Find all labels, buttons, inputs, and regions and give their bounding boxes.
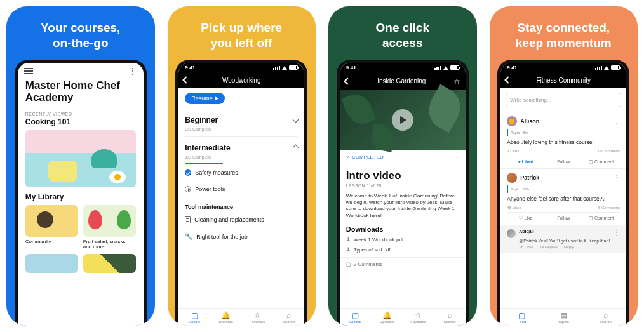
course-hero-image[interactable]: [25, 130, 136, 187]
post-author[interactable]: Allison: [520, 118, 539, 124]
lesson-title: Intro video: [340, 164, 466, 183]
star-icon[interactable]: ☆: [453, 77, 460, 86]
resume-button[interactable]: Resume▶: [185, 93, 225, 104]
card-title: Community: [25, 239, 78, 245]
promo-panel-4: Stay connected, keep momentum 9:41 Fitne…: [490, 6, 638, 326]
nav-updates[interactable]: 🔔Updates: [210, 309, 242, 326]
download-item[interactable]: ⬇Week 1 Workbook.pdf: [340, 234, 466, 244]
tagline: Stay connected, keep momentum: [516, 20, 612, 51]
bottom-nav: ▢Outline 🔔Updates ☆Favorites ⌕Search: [178, 308, 304, 326]
library-card[interactable]: [83, 254, 136, 273]
post-body: Absolutely loving this fitness course!: [507, 138, 620, 148]
lesson-number: LESSON 1 of 20: [340, 183, 466, 190]
comments-link[interactable]: ▢2 Comments: [340, 257, 466, 269]
lesson-item[interactable]: 🔧 Right tool for the job: [185, 229, 298, 245]
check-icon: [185, 169, 191, 176]
download-item[interactable]: ⬇Types of soil.pdf: [340, 244, 466, 255]
hamburger-icon[interactable]: [24, 68, 33, 69]
comment-count[interactable]: 0 Comments: [598, 149, 620, 153]
nav-favorites[interactable]: ☆Favorites: [241, 309, 273, 326]
chevron-down-icon: [293, 117, 299, 123]
promo-panel-3: One click access 9:41 Inside Gardening ☆…: [328, 6, 477, 326]
feed-post: Patrick ⋮ Topic 16h Anyone else feel sor…: [500, 169, 626, 225]
chat-icon: ▢: [589, 159, 593, 164]
heart-icon: ♥: [518, 159, 521, 164]
comment-count[interactable]: 5 Comments: [598, 206, 620, 209]
like-count[interactable]: 3 Likes: [507, 149, 519, 153]
subsection-heading: Tool maintenance: [185, 197, 298, 211]
more-menu-icon[interactable]: ⋮: [128, 68, 137, 74]
play-button-icon[interactable]: [392, 109, 413, 131]
download-icon: ⬇: [346, 236, 351, 242]
recent-course[interactable]: Cooking 101: [18, 116, 144, 130]
card-title: Fruit salad, snacks, and more!: [83, 239, 136, 251]
avatar[interactable]: [507, 173, 517, 183]
feed-reply: Abigail ⋮ @Patrick Yes!! You'll get used…: [500, 225, 626, 253]
lesson-item[interactable]: Cleaning and replacements: [185, 211, 298, 229]
card-image: [83, 205, 136, 237]
nav-outline[interactable]: ▢Outline: [178, 309, 210, 326]
more-icon[interactable]: ⋮: [614, 117, 620, 124]
more-icon[interactable]: ⋮: [614, 229, 620, 236]
avatar[interactable]: [507, 229, 516, 238]
comment-button[interactable]: ▢Comment: [582, 159, 620, 164]
nav-favorites[interactable]: ☆Favorites: [403, 309, 434, 326]
book-icon: ▢: [178, 312, 210, 319]
nav-feed[interactable]: ▢Feed: [500, 309, 542, 326]
follow-button[interactable]: Follow: [545, 159, 582, 164]
tagline: Pick up where you left off: [201, 20, 282, 51]
more-icon[interactable]: ⋮: [614, 174, 620, 181]
nav-updates[interactable]: 🔔Updates: [371, 309, 403, 326]
completed-badge: COMPLETED: [352, 154, 384, 160]
download-icon: ⬇: [346, 246, 351, 253]
lesson-item[interactable]: Power tools: [185, 181, 298, 197]
next-arrow-icon[interactable]: →: [454, 154, 459, 160]
chevron-up-icon: [293, 145, 299, 151]
reply-body: @Patrick Yes!! You'll get used to it. Ke…: [519, 238, 620, 244]
recently-viewed-label: Recently Viewed: [18, 108, 144, 116]
document-icon: [185, 216, 191, 223]
nav-search[interactable]: ⌕Search: [584, 309, 626, 326]
section-header[interactable]: Intermediate: [185, 137, 298, 155]
play-circle-icon: [185, 186, 191, 192]
library-card[interactable]: Community: [25, 205, 78, 251]
my-library-heading: My Library: [18, 192, 144, 205]
search-icon: ⌕: [434, 312, 466, 319]
library-card[interactable]: [25, 254, 78, 273]
avatar[interactable]: [507, 116, 517, 126]
chat-icon: ▢: [589, 216, 593, 221]
progress-text: 8/8 Complete: [185, 127, 298, 137]
nav-topics[interactable]: ▤Topics: [542, 309, 584, 326]
section-header[interactable]: Beginner: [185, 109, 298, 127]
header-title: Fitness Community: [511, 77, 616, 84]
tagline: One click access: [376, 20, 430, 51]
app-title: Master Home Chef Academy: [18, 77, 144, 108]
phone-mock: ⋮ Master Home Chef Academy Recently View…: [15, 60, 147, 326]
reply-author[interactable]: Abigail: [519, 229, 533, 234]
star-icon: ☆: [403, 312, 434, 319]
topics-icon: ▤: [542, 312, 584, 319]
like-button[interactable]: ♡Like: [507, 216, 544, 221]
video-player[interactable]: [340, 90, 466, 150]
star-icon: ☆: [241, 312, 273, 319]
bottom-nav: ▢Outline 🔔Updates ☆Favorites ⌕Search: [340, 308, 466, 326]
lesson-item[interactable]: Safety measures: [185, 164, 298, 181]
follow-button[interactable]: Follow: [545, 216, 582, 221]
tagline: Your courses, on-the-go: [41, 20, 120, 51]
nav-search[interactable]: ⌕Search: [434, 309, 466, 326]
feed-icon: ▢: [500, 312, 542, 319]
bell-icon: 🔔: [371, 312, 403, 319]
bell-icon: 🔔: [210, 312, 242, 319]
comment-button[interactable]: ▢Comment: [582, 216, 620, 221]
nav-search[interactable]: ⌕Search: [273, 309, 305, 326]
promo-panel-2: Pick up where you left off 9:41 Woodwork…: [168, 6, 316, 326]
book-icon: ▢: [340, 312, 372, 319]
write-post-input[interactable]: Write something...: [506, 93, 621, 107]
like-button[interactable]: ♥Liked: [507, 159, 544, 164]
library-card[interactable]: Fruit salad, snacks, and more!: [83, 205, 136, 251]
header-title: Woodworking: [189, 77, 294, 84]
post-author[interactable]: Patrick: [520, 175, 539, 181]
nav-outline[interactable]: ▢Outline: [340, 309, 372, 326]
search-icon: ⌕: [584, 312, 626, 319]
like-count[interactable]: 48 Likes: [507, 206, 521, 209]
